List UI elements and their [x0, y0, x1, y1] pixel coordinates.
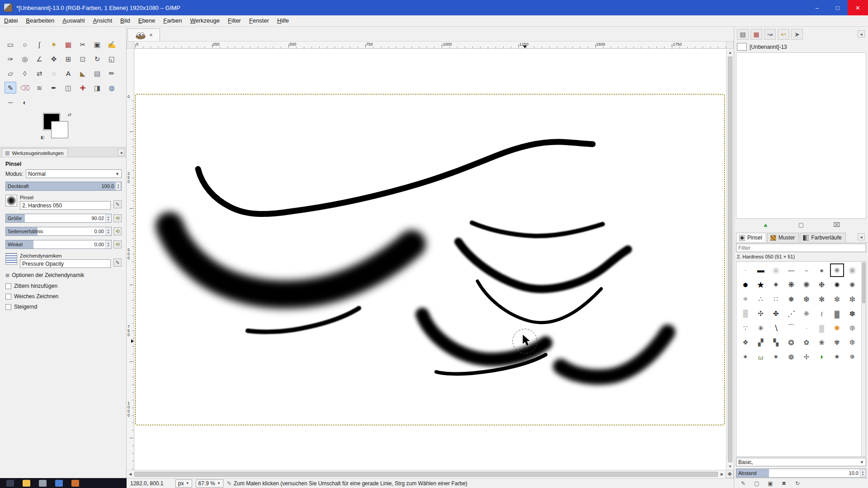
- tool-ellipse-select[interactable]: ○: [19, 38, 31, 50]
- dynamics-preview-icon[interactable]: [5, 253, 17, 265]
- tool-cage-transform[interactable]: ◌: [48, 67, 60, 79]
- incremental-checkbox-row[interactable]: Steigernd: [5, 304, 122, 310]
- brush-item[interactable]: ✣: [754, 307, 768, 320]
- tool-dodge-burn[interactable]: ◐: [19, 96, 31, 108]
- taskbar-icon-file-explorer[interactable]: [23, 480, 30, 487]
- spacing-spinner[interactable]: ▴▾: [860, 469, 865, 477]
- brush-item[interactable]: ❆: [845, 336, 859, 349]
- brush-item[interactable]: ❁: [784, 350, 798, 364]
- tool-options-tab[interactable]: ▥ Werkzeugeinstellungen: [2, 148, 68, 157]
- menu-bild[interactable]: Bild: [116, 15, 134, 26]
- menu-bearbeiten[interactable]: Bearbeiten: [22, 15, 58, 26]
- dialog-tab-pointer[interactable]: ➤: [791, 29, 803, 40]
- brush-item[interactable]: ❀: [815, 336, 829, 349]
- brush-item[interactable]: ▓: [830, 307, 844, 320]
- tool-perspective[interactable]: ◊: [19, 67, 31, 79]
- tool-perspective-clone[interactable]: ◨: [91, 82, 103, 94]
- tab-gradients[interactable]: Farbverläufe: [800, 233, 845, 242]
- dynamics-entry[interactable]: Pressure Opacity: [20, 259, 111, 268]
- menu-fenster[interactable]: Fenster: [245, 15, 273, 26]
- zoom-select[interactable]: 67.9 % ▼: [196, 479, 223, 488]
- dock-collapse-button[interactable]: ◂: [118, 149, 125, 156]
- size-reset-button[interactable]: ⟲: [113, 214, 122, 222]
- brush-preset-select[interactable]: Basic, ▼: [736, 458, 866, 466]
- size-spinner[interactable]: ▴▾: [105, 214, 111, 222]
- scroll-down-icon[interactable]: ▼: [726, 463, 734, 470]
- tab-close-icon[interactable]: ✕: [149, 33, 153, 38]
- brush-item[interactable]: ≀: [815, 307, 829, 320]
- new-brush-button[interactable]: ▢: [753, 480, 760, 487]
- brush-item[interactable]: ∴: [754, 292, 768, 306]
- tool-flip[interactable]: ⇄: [33, 67, 45, 79]
- dialog-tab-undo-history[interactable]: ↩: [778, 29, 789, 40]
- brush-item[interactable]: ❊: [845, 321, 859, 335]
- tool-airbrush[interactable]: ≋: [33, 82, 45, 94]
- edit-brush-button[interactable]: ✎: [113, 200, 122, 208]
- tool-pencil[interactable]: ✏: [106, 67, 118, 79]
- vertical-scroll-thumb[interactable]: [728, 56, 732, 462]
- tool-rotate[interactable]: ↻: [91, 53, 103, 65]
- brush-item[interactable]: ✧: [738, 292, 753, 306]
- brush-item[interactable]: ●: [830, 263, 844, 277]
- tool-eraser[interactable]: ⌫: [19, 82, 31, 94]
- horizontal-scroll-thumb[interactable]: [134, 472, 718, 477]
- brush-item[interactable]: ❆: [799, 292, 814, 306]
- brush-item[interactable]: ✾: [830, 336, 844, 349]
- menu-ebene[interactable]: Ebene: [134, 15, 160, 26]
- taskbar-icon-app-dark[interactable]: [6, 480, 14, 487]
- mode-select[interactable]: Normal ▼: [26, 169, 122, 178]
- menu-werkzeuge[interactable]: Werkzeuge: [186, 15, 224, 26]
- tool-shear[interactable]: ▱: [5, 67, 16, 79]
- tool-scale[interactable]: ◱: [106, 53, 118, 65]
- brush-item[interactable]: ▚: [769, 336, 783, 349]
- image-selector[interactable]: [Unbenannt]-13: [734, 41, 868, 52]
- brush-item[interactable]: ❈: [799, 307, 814, 320]
- brush-item[interactable]: ⌒: [784, 321, 798, 335]
- tab-brushes[interactable]: Pinsel: [736, 233, 766, 242]
- duplicate-brush-button[interactable]: ▣: [767, 480, 774, 487]
- tool-rectangle-select[interactable]: ▭: [5, 38, 16, 50]
- brush-item[interactable]: ∵: [738, 321, 753, 335]
- brush-item[interactable]: ❂: [784, 336, 798, 349]
- raise-layer-button[interactable]: ▲: [761, 220, 770, 229]
- smooth-checkbox-row[interactable]: Weiches Zeichnen: [5, 293, 122, 300]
- brush-item[interactable]: ✿: [799, 336, 814, 349]
- tool-blur-sharpen[interactable]: ◍: [106, 82, 118, 94]
- background-color-swatch[interactable]: [52, 122, 68, 138]
- tool-free-select[interactable]: ʃ: [33, 38, 45, 50]
- brush-item[interactable]: ▞: [754, 336, 768, 349]
- spacing-slider[interactable]: Abstand 10.0 ▴▾: [736, 469, 866, 478]
- size-slider[interactable]: Größe 90.02 ▴▾: [5, 214, 112, 223]
- brush-item[interactable]: ✴: [738, 350, 753, 364]
- tool-select-by-color[interactable]: ▦: [62, 38, 74, 50]
- horizontal-scrollbar[interactable]: ◀ ▶: [127, 470, 726, 478]
- brush-item[interactable]: ✷: [830, 350, 844, 364]
- brush-item[interactable]: ▬: [754, 263, 768, 277]
- tool-crop[interactable]: ⊡: [77, 53, 89, 65]
- brush-item[interactable]: ✵: [845, 350, 859, 364]
- tool-measure[interactable]: ∠: [33, 53, 45, 65]
- incremental-checkbox[interactable]: [5, 304, 11, 310]
- brush-item[interactable]: ▒: [815, 321, 829, 335]
- tool-zoom[interactable]: ◎: [19, 53, 31, 65]
- opacity-spinner[interactable]: ▴▾: [115, 182, 121, 190]
- brush-item[interactable]: ▒: [738, 307, 753, 320]
- brush-item[interactable]: ●: [769, 263, 783, 277]
- tool-move[interactable]: ✥: [48, 53, 60, 65]
- angle-reset-button[interactable]: ⟲: [113, 240, 122, 249]
- taskbar-icon-app-blue[interactable]: [55, 480, 63, 487]
- tool-clone[interactable]: ◫: [62, 82, 74, 94]
- swap-colors-icon[interactable]: ⇄: [68, 112, 71, 117]
- tool-foreground-select[interactable]: ▣: [91, 38, 103, 50]
- brush-item[interactable]: —: [784, 263, 798, 277]
- brush-scroll-thumb[interactable]: [862, 263, 865, 303]
- tool-gradient[interactable]: ▤: [91, 67, 103, 79]
- brush-item[interactable]: ∷: [769, 292, 783, 306]
- brush-item[interactable]: ❉: [815, 278, 829, 291]
- tool-color-picker[interactable]: ✑: [5, 53, 16, 65]
- brush-item[interactable]: ✤: [769, 307, 783, 320]
- layers-list[interactable]: [736, 52, 866, 219]
- brush-item[interactable]: ❖: [738, 336, 753, 349]
- brush-item[interactable]: ✢: [799, 350, 814, 364]
- dialog-tab-channels[interactable]: ▦: [750, 29, 762, 40]
